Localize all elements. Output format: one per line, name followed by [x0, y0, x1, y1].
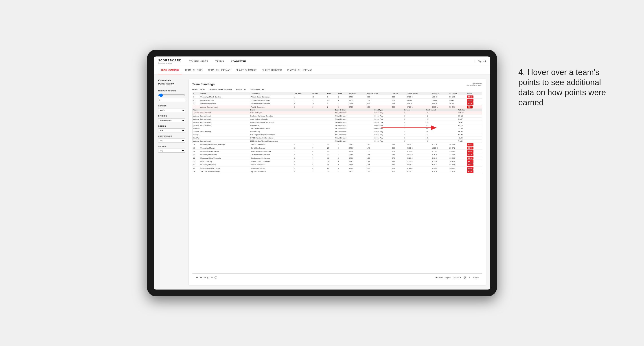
table-row: 20 University of New Mexico Mountain Wes…	[192, 150, 482, 153]
cell-conference: ASUN Conference	[250, 167, 293, 170]
cell-avg: 1.30	[366, 167, 391, 170]
cell-conf-rank: 4	[293, 143, 312, 146]
filter-region: Region: All	[236, 88, 246, 90]
cell-lowsg: 269	[391, 167, 406, 170]
school-select[interactable]: (All)	[158, 149, 185, 153]
cell-conference: Mountain West Conference	[250, 150, 293, 153]
col-avg: Avg Low Score	[366, 92, 391, 95]
min-rounds-input[interactable]	[158, 98, 185, 102]
subnav-team-h2h-heatmap[interactable]: TEAM H2H HEATMAP	[205, 66, 233, 74]
cell-points[interactable]: 83.07	[466, 143, 482, 146]
points-badge[interactable]: 83.89	[467, 167, 474, 170]
share-button[interactable]: Share	[473, 277, 478, 279]
sub-cell-rank: +5	[426, 121, 458, 124]
points-badge[interactable]: 83.07	[467, 143, 474, 146]
subnav-player-h2h-heatmap[interactable]: PLAYER H2H HEATMAP	[284, 66, 315, 74]
refresh-button[interactable]: ⟲	[204, 276, 206, 279]
points-badge[interactable]: 88.14	[467, 163, 474, 166]
col-overall: Overall Record	[406, 92, 431, 95]
redo-button[interactable]: ↪	[200, 276, 202, 279]
cell-points[interactable]: 83.41	[466, 157, 482, 160]
gender-select[interactable]: Men's Women's	[158, 108, 185, 112]
points-badge[interactable]: 88.49	[467, 150, 474, 153]
cell-notour: 7	[312, 143, 326, 146]
cell-vs50: 13-21-0	[448, 170, 466, 173]
watch-button[interactable]: Watch ▾	[454, 277, 461, 279]
undo-button[interactable]: ↩	[196, 276, 198, 279]
points-badge[interactable]: 80.94	[467, 170, 474, 173]
points-badge[interactable]: 88.48	[467, 153, 474, 156]
copy-button[interactable]: ⎘	[207, 276, 209, 279]
cell-conf-rank: 8	[293, 157, 312, 160]
cell-vs25: 4-15-0	[431, 160, 448, 163]
cell-notour: 9	[312, 99, 326, 102]
sub-cell-event: Amer An Intercollegiate	[249, 118, 334, 121]
sub-cell-div: NCAA Division I	[334, 127, 374, 130]
cell-wins: 0	[338, 157, 348, 160]
points-badge[interactable]: 88.71	[467, 160, 474, 163]
standings-title: Team Standings	[192, 82, 214, 86]
cell-points[interactable]: 90.30	[466, 102, 482, 105]
cell-points[interactable]: 88.48	[466, 153, 482, 157]
sidebar-min-rounds-label: Minimum Rounds	[158, 90, 185, 92]
points-badge[interactable]: 97.02	[467, 95, 474, 98]
sub-cell-team: Arizona State University	[192, 111, 249, 115]
info-icon[interactable]: ⓘ	[214, 276, 217, 279]
cell-wins: 0	[338, 146, 348, 150]
cell-vs25: 4-16-0	[431, 157, 448, 160]
nav-teams[interactable]: TEAMS	[214, 56, 225, 66]
cell-notour: 7	[312, 157, 326, 160]
subnav-team-summary[interactable]: TEAM SUMMARY	[158, 66, 182, 74]
points-badge[interactable]: 83.41	[467, 157, 474, 160]
cell-vs50: 29-27-2	[448, 146, 466, 150]
edit-icon[interactable]: ✏	[211, 276, 213, 279]
division-select[interactable]: NCAA Division I	[158, 118, 185, 122]
cell-vs25: 13-23-2	[431, 146, 448, 150]
cell-adj: 278.6	[348, 157, 366, 160]
cell-points[interactable]: 80.94	[466, 170, 482, 173]
cell-points[interactable]: 88.70	[466, 146, 482, 150]
sub-events-table: Team Event Event Division Event Type Rou…	[192, 109, 482, 143]
layout-icon[interactable]: ⊞	[469, 277, 470, 279]
sub-cell-rank: +0	[426, 140, 458, 143]
subnav-player-h2h-grid[interactable]: PLAYER H2H GRID	[259, 66, 284, 74]
cell-avg: 1.45	[366, 146, 391, 150]
sub-col-team: Team	[192, 109, 249, 111]
points-badge-highlighted[interactable]: 78.5	[467, 106, 472, 108]
cell-vs25: 7-15-0	[431, 153, 448, 157]
sub-cell-rounds: 3	[404, 111, 426, 115]
region-select[interactable]: N/A	[158, 128, 185, 133]
cell-vs25: 7-19-1	[431, 163, 448, 167]
cell-points[interactable]: 83.89	[466, 167, 482, 170]
cell-lowsg: 267	[391, 170, 406, 173]
cell-avg: 2.86	[366, 95, 391, 99]
cell-points[interactable]: 78.5	[466, 105, 482, 109]
cell-points[interactable]: 93.31	[466, 99, 482, 102]
cell-overall: 63-5-0	[406, 102, 431, 105]
nav-tournaments[interactable]: TOURNAMENTS	[188, 56, 209, 66]
cell-conference: Atlantic Coast Conference	[250, 95, 293, 99]
view-original-button[interactable]: 👁 View: Original	[436, 277, 451, 279]
sub-cell-team: Arizona State University	[192, 124, 249, 127]
cell-conf-rank: 2	[293, 105, 312, 109]
cell-points[interactable]: 88.14	[466, 163, 482, 167]
cell-rank: 20	[192, 150, 200, 153]
points-badge[interactable]: 93.31	[467, 99, 474, 102]
sign-out-link[interactable]: Sign out	[474, 60, 486, 62]
nav-committee[interactable]: COMMITTEE	[230, 56, 247, 66]
subnav-player-summary[interactable]: PLAYER SUMMARY	[233, 66, 259, 74]
conference-select[interactable]: (All)	[158, 139, 185, 143]
cell-points[interactable]: 88.49	[466, 150, 482, 153]
cell-vs25: 9-14-0	[431, 170, 448, 173]
cell-avg: 1.45	[366, 153, 391, 157]
cell-points[interactable]: 88.71	[466, 160, 482, 163]
subnav-team-h2h-grid[interactable]: TEAM H2H GRID	[182, 66, 205, 74]
cell-points[interactable]: 97.02	[466, 95, 482, 99]
points-badge[interactable]: 88.70	[467, 147, 474, 150]
cell-rank: 24	[192, 163, 200, 167]
cell-school: Auburn University	[200, 99, 250, 102]
min-rounds-slider[interactable]	[158, 93, 185, 97]
cell-adj: 279.3	[348, 167, 366, 170]
points-badge[interactable]: 90.30	[467, 102, 474, 105]
comment-icon[interactable]: 💬	[464, 277, 466, 279]
